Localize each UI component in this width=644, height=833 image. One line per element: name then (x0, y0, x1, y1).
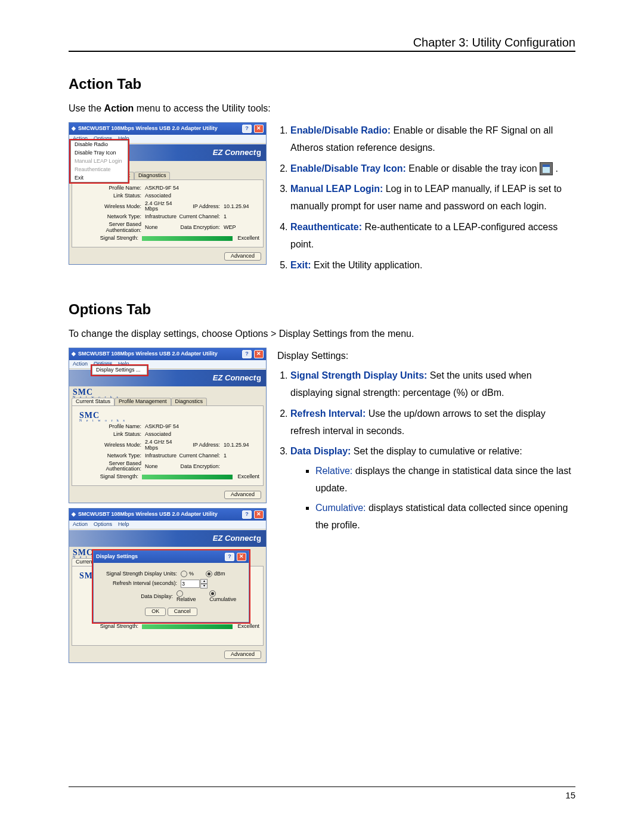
value: Infrastructure (145, 214, 178, 220)
value: None (145, 464, 178, 470)
window-title: SMCWUSBT 108Mbps Wireless USB 2.0 Adapte… (78, 512, 218, 518)
options-intro: To change the display settings, choose O… (69, 329, 575, 339)
t: Enable/Disable Tray Icon: (290, 163, 406, 174)
display-settings-lead: Display Settings: (277, 348, 575, 365)
label: Link Status: (76, 193, 145, 199)
t: g (256, 534, 261, 543)
t: Enable/Disable Radio: (290, 125, 391, 135)
refresh-spinner[interactable]: ▴▾ (181, 579, 208, 589)
label: IP Address: (178, 442, 224, 448)
value: 1 (224, 453, 259, 459)
menu-item-display-settings[interactable]: Display Settings ... (92, 366, 147, 374)
help-button[interactable]: ? (242, 125, 252, 133)
t: g (256, 374, 261, 382)
action-description: Enable/Disable Radio: Enable or disable … (277, 122, 575, 277)
close-button[interactable]: ✕ (254, 125, 264, 133)
window-titlebar: ◆ SMCWUSBT 108Mbps Wireless USB 2.0 Adap… (69, 123, 266, 135)
refresh-input[interactable] (181, 580, 200, 588)
help-button[interactable]: ? (242, 510, 252, 519)
signal-bar (142, 475, 233, 479)
menu-options[interactable]: Options (94, 522, 112, 528)
t: Action (104, 103, 134, 113)
display-settings-dialog: Display Settings ? ✕ Signal Strength Dis… (93, 550, 249, 623)
close-button[interactable]: ✕ (254, 350, 264, 358)
cancel-button[interactable]: Cancel (168, 608, 197, 616)
action-dropdown: Disable Radio Disable Tray Icon Manual L… (70, 140, 128, 182)
t: EZ Connect (213, 534, 256, 543)
label: Data Encryption: (178, 464, 224, 470)
value: Associated (145, 432, 259, 438)
radio-relative[interactable]: Relative (177, 590, 203, 603)
t: Set the display to cumulative or relativ… (351, 446, 522, 456)
menu-item-disable-tray[interactable]: Disable Tray Icon (71, 149, 128, 157)
dialog-title: Display Settings (96, 554, 138, 560)
menu-item-exit[interactable]: Exit (71, 174, 128, 182)
advanced-button[interactable]: Advanced (224, 491, 261, 499)
label: Signal Strength: (76, 236, 142, 241)
tab-profile[interactable]: Profile Management (114, 398, 171, 405)
t: displays the change in statistical data … (315, 466, 571, 493)
list-item: Manual LEAP Login: Log in to LEAP manual… (290, 181, 575, 215)
label: Server Based Authentication: (76, 222, 145, 234)
close-button[interactable]: ✕ (254, 510, 264, 519)
t: dBm (214, 571, 225, 577)
dialog-help-button[interactable]: ? (225, 553, 234, 561)
tab-current-status[interactable]: Current Status (72, 398, 114, 405)
label: Network Type: (76, 214, 145, 220)
value: Excellent (237, 624, 259, 630)
radio-percent[interactable]: % (181, 571, 194, 577)
page-header: Chapter 3: Utility Configuration (69, 36, 575, 52)
t: g (256, 148, 261, 157)
menu-item-leap[interactable]: Manual LEAP Login (71, 157, 128, 166)
signal-bar (142, 624, 233, 629)
dialog-titlebar: Display Settings ? ✕ (94, 551, 249, 563)
radio-cumulative[interactable]: Cumulative (209, 590, 243, 603)
tray-icon (540, 162, 553, 175)
radio-dbm[interactable]: dBm (206, 571, 225, 577)
spin-down-icon[interactable]: ▾ (200, 584, 208, 589)
ok-button[interactable]: OK (145, 608, 166, 616)
menu-help[interactable]: Help (118, 522, 129, 528)
list-item: Data Display: Set the display to cumulat… (290, 443, 575, 534)
advanced-button[interactable]: Advanced (224, 651, 261, 659)
menu-item-disable-radio[interactable]: Disable Radio (71, 141, 128, 149)
t: Exit the Utility application. (311, 260, 423, 270)
advanced-button[interactable]: Advanced (224, 252, 261, 261)
label: Profile Name: (76, 185, 145, 191)
value: 10.1.25.94 (224, 204, 259, 210)
list-item: Enable/Disable Radio: Enable or disable … (290, 122, 575, 157)
menu-item-reauth[interactable]: Reauthenticate (71, 166, 128, 174)
app-icon: ◆ (72, 351, 76, 357)
label: Profile Name: (76, 424, 145, 430)
t: % (189, 571, 194, 577)
list-item: Refresh Interval: Use the up/down arrows… (290, 405, 575, 440)
dialog-close-button[interactable]: ✕ (237, 553, 246, 561)
action-screenshot: ◆ SMCWUSBT 108Mbps Wireless USB 2.0 Adap… (69, 122, 267, 265)
label: Signal Strength: (76, 474, 142, 480)
t: menu to access the Utility tools: (134, 103, 270, 113)
section-action-title: Action Tab (69, 76, 575, 92)
label: Current Channel: (178, 214, 224, 220)
window-title: SMCWUSBT 108Mbps Wireless USB 2.0 Adapte… (78, 351, 218, 357)
menu-action[interactable]: Action (73, 361, 88, 367)
tab-diagnostics[interactable]: Diagnostics (171, 398, 208, 405)
page-number: 15 (69, 786, 575, 800)
label: Refresh Interval (seconds): (100, 581, 181, 587)
list-item: Signal Strength Display Units: Set the u… (290, 367, 575, 402)
t: Exit: (290, 260, 311, 270)
t: Cumulative: (315, 503, 366, 513)
value: 2.4 GHz 54 Mbps (145, 201, 178, 213)
help-button[interactable]: ? (242, 350, 252, 358)
label: Network Type: (76, 453, 145, 459)
tab-diagnostics[interactable]: Diagnostics (134, 172, 171, 179)
value: Associated (145, 193, 259, 199)
sublist-item: Cumulative: displays statistical data co… (315, 500, 575, 534)
menu-action[interactable]: Action (73, 522, 88, 528)
spin-up-icon[interactable]: ▴ (200, 579, 208, 584)
t: Manual LEAP Login: (290, 184, 383, 194)
value: None (145, 225, 178, 231)
t: Use the (69, 103, 104, 113)
label: Data Display: (100, 594, 177, 600)
label: Signal Strength Display Units: (100, 571, 181, 577)
value: ASKRD-9F 54 (145, 185, 259, 191)
